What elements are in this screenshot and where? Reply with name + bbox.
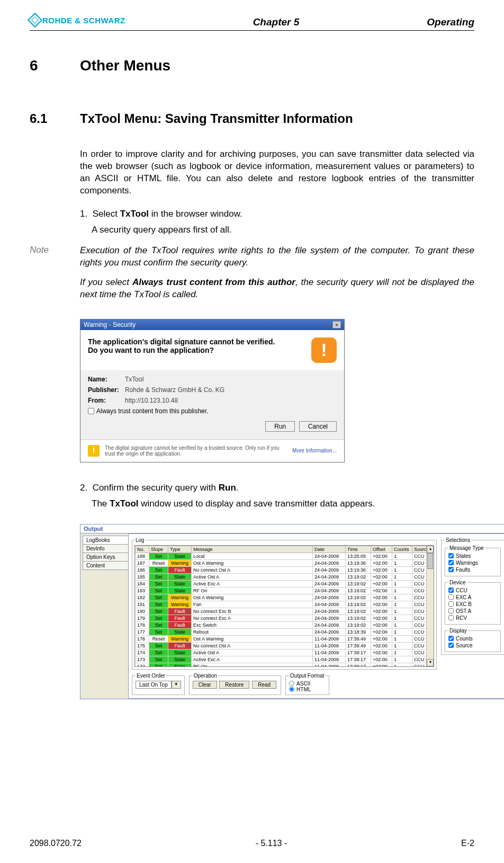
scroll-up-icon[interactable]: ▴	[427, 546, 434, 553]
step-1-num: 1.	[80, 209, 87, 219]
warning-icon	[311, 337, 337, 363]
table-row[interactable]: 174SetStateActive Ost A11-04-200917:39:1…	[136, 649, 434, 656]
col-date[interactable]: Date	[313, 546, 346, 553]
event-order-fieldset: Event Order Last On Top ▼	[132, 673, 185, 695]
display-checkbox-counts[interactable]: Counts	[448, 636, 497, 642]
footer-left: 2098.0720.72	[30, 839, 82, 848]
table-row[interactable]: 187ResetWarningOst A Warning24-04-200913…	[136, 559, 434, 566]
logo-icon	[28, 13, 42, 28]
operation-legend: Operation	[193, 673, 218, 679]
dialog-footer-text: The digital signature cannot be verified…	[105, 445, 287, 457]
heading-6: 6Other Menus	[30, 57, 474, 74]
output-format-fieldset: Output Format ASCII HTML	[285, 673, 329, 695]
display-fieldset: Display CountsSource	[445, 628, 501, 652]
heading-6-num: 6	[30, 57, 80, 74]
table-row[interactable]: 181SetWarningFan24-04-200913:19:02+02:00…	[136, 601, 434, 608]
read-button[interactable]: Read	[252, 681, 276, 689]
dialog-publisher-key: Publisher:	[88, 386, 125, 394]
html-radio[interactable]: HTML	[289, 687, 325, 692]
msgtype-checkbox-warnings[interactable]: Warnings	[448, 560, 497, 566]
dialog-from-key: From:	[88, 397, 125, 404]
page-header: ROHDE & SCHWARZ Chapter 5 Operating	[30, 15, 474, 31]
table-row[interactable]: 176ResetWarningOst A Warning11-04-200917…	[136, 635, 434, 642]
close-icon[interactable]: ×	[332, 321, 341, 328]
dialog-headline-2: Do you want to run the application?	[88, 346, 304, 354]
table-row[interactable]: 173SetStateActive Exc A11-04-200917:39:1…	[136, 656, 434, 663]
event-order-select[interactable]: Last On Top ▼	[136, 681, 181, 689]
tab-option-keys[interactable]: Option Keys	[83, 553, 128, 562]
restore-button[interactable]: Restore	[219, 681, 249, 689]
note-p1: Execution of the TxTool requires write r…	[80, 245, 474, 269]
page-footer: 2098.0720.72 - 5.113 - E-2	[30, 839, 474, 848]
log-scrollbar[interactable]: ▴ ▾	[426, 546, 434, 666]
device-legend: Device	[448, 580, 467, 585]
note-p2: If you select Always trust content from …	[80, 277, 474, 301]
dialog-titlebar: Warning - Security ×	[80, 319, 344, 330]
col-slope[interactable]: Slope	[149, 546, 168, 553]
table-row[interactable]: 188SetStateLocal24-04-200913:25:05+02:00…	[136, 553, 434, 559]
section-label: Operating	[427, 16, 474, 28]
chevron-down-icon[interactable]: ▼	[172, 681, 181, 689]
chapter-label: Chapter 5	[125, 16, 427, 28]
tab-logbooks[interactable]: LogBooks	[83, 536, 128, 545]
txtool-window: Output LogBooksDevInfoOption KeysContent…	[80, 524, 504, 699]
always-trust-checkbox[interactable]: Always trust content from this publisher…	[88, 407, 337, 415]
table-row[interactable]: 177SetStateReboot24-04-200913:18:39+02:0…	[136, 628, 434, 635]
ascii-radio[interactable]: ASCII	[289, 681, 325, 687]
table-row[interactable]: 184SetStateActive Exc A24-04-200913:19:0…	[136, 580, 434, 587]
device-checkbox-exc-b[interactable]: EXC B	[448, 601, 497, 607]
table-row[interactable]: 180SetFaultNo connect Exc B24-04-200913:…	[136, 608, 434, 615]
table-row[interactable]: 179SetFaultNo connect Exc A24-04-200913:…	[136, 615, 434, 621]
step-1-pre: Select	[93, 209, 120, 219]
note-label: Note	[30, 245, 80, 308]
step-1-post: in the browser window.	[149, 209, 242, 219]
device-checkbox-ccu[interactable]: CCU	[448, 588, 497, 593]
msgtype-checkbox-faults[interactable]: Faults	[448, 567, 497, 573]
dialog-name-key: Name:	[88, 376, 125, 383]
always-trust-label: Always trust content from this publisher…	[96, 407, 208, 415]
txtool-tabs: LogBooksDevInfoOption KeysContent	[80, 533, 128, 699]
device-checkbox-ost-a[interactable]: OST A	[448, 608, 497, 614]
col-no[interactable]: No.	[136, 546, 149, 553]
table-row[interactable]: 183SetStateRF On24-04-200913:19:02+02:00…	[136, 587, 434, 594]
col-type[interactable]: Type	[168, 546, 192, 553]
table-row[interactable]: 186SetFaultNo connect Ost A24-04-200913:…	[136, 566, 434, 573]
tab-devinfo[interactable]: DevInfo	[83, 544, 128, 553]
table-row[interactable]: 172SetStateRF On11-04-200917:39:17+02:00…	[136, 663, 434, 667]
message-type-fieldset: Message Type StatesWarningsFaults	[445, 545, 501, 576]
device-checkbox-exc-a[interactable]: EXC A	[448, 594, 497, 600]
dialog-publisher-val: Rohde & Schwarz GmbH & Co. KG	[125, 386, 224, 394]
device-checkbox-rcv[interactable]: RCV	[448, 615, 497, 621]
security-dialog: Warning - Security × The application's d…	[80, 319, 345, 462]
scroll-down-icon[interactable]: ▾	[427, 659, 434, 666]
step-2-pre: Confirm the security query with	[93, 483, 219, 493]
col-time[interactable]: Time	[346, 546, 371, 553]
intro-paragraph: In order to improve clarity and for arch…	[80, 148, 474, 197]
col-message[interactable]: Message	[192, 546, 313, 553]
cancel-button[interactable]: Cancel	[299, 421, 337, 432]
device-fieldset: Device CCUEXC AEXC BOST ARCV	[445, 580, 501, 625]
col-offset[interactable]: Offset	[371, 546, 392, 553]
logo-text: ROHDE & SCHWARZ	[42, 16, 125, 25]
msgtype-checkbox-states[interactable]: States	[448, 553, 497, 559]
step-2-sub: The TxTool window used to display and sa…	[92, 499, 474, 509]
scroll-thumb[interactable]	[427, 553, 433, 569]
run-button[interactable]: Run	[265, 421, 295, 432]
table-row[interactable]: 175SetFaultNo connect Ost A11-04-200917:…	[136, 642, 434, 649]
heading-6-1: 6.1TxTool Menu: Saving Transmitter Infor…	[30, 111, 474, 126]
display-legend: Display	[448, 628, 468, 634]
table-row[interactable]: 185SetStateActive Ost A24-04-200913:19:0…	[136, 573, 434, 580]
display-checkbox-source[interactable]: Source	[448, 643, 497, 648]
col-counts[interactable]: Counts	[392, 546, 412, 553]
footer-center: - 5.113 -	[256, 839, 287, 848]
always-trust-checkbox-input[interactable]	[88, 408, 94, 414]
tab-content[interactable]: Content	[83, 561, 128, 570]
dialog-headline-1: The application's digital signature cann…	[88, 337, 304, 346]
table-row[interactable]: 182SetWarningOst A Warning24-04-200913:1…	[136, 594, 434, 601]
dialog-title: Warning - Security	[84, 321, 136, 328]
table-row[interactable]: 178SetFaultExc Switch24-04-200913:19:02+…	[136, 621, 434, 628]
clear-button[interactable]: Clear	[193, 681, 217, 689]
step-2-post: .	[236, 483, 239, 493]
more-information-link[interactable]: More Information...	[292, 448, 337, 453]
operation-fieldset: Operation Clear Restore Read	[189, 673, 281, 695]
